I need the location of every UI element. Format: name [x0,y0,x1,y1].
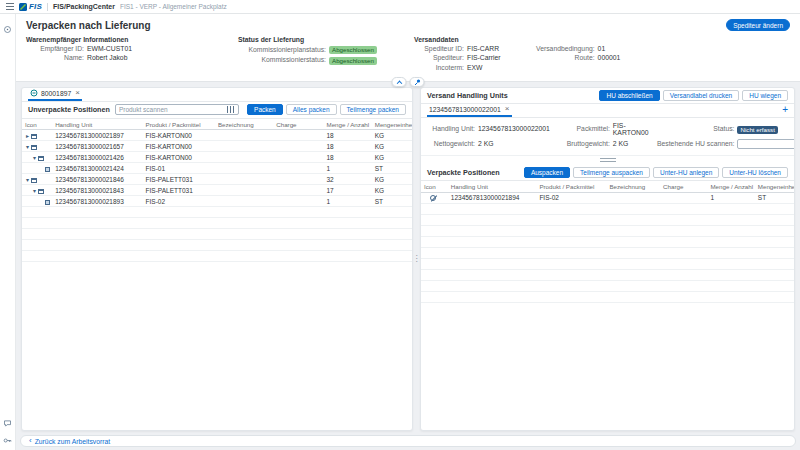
table-row[interactable]: ▾1234567813000021843FIS-PALETT03117KG [22,185,412,196]
back-link-label: Zurück zum Arbeitsvorrat [35,438,111,445]
column-header: Icon [421,181,448,192]
cell-unit: ST [755,192,794,203]
table-row[interactable]: ▸1234567813000021894FIS-021ST [421,192,794,203]
barcode-scan-icon [227,106,235,113]
expand-node-icon[interactable]: ▸ [24,132,31,139]
menu-icon[interactable] [6,3,14,10]
status-badge: Abgeschlossen [329,57,377,65]
cell-unit: KG [372,141,412,152]
cell-qty: 32 [324,174,372,185]
form-splitter[interactable] [421,156,794,164]
cell-desc [215,163,273,174]
product-scan-input[interactable] [119,106,225,113]
empty-row [421,247,794,258]
cell-charge [273,185,323,196]
field-value: 01 [598,46,606,53]
fis-logo: FIS [19,2,42,11]
field-label: Bruttogewicht: [558,141,610,148]
packed-table: IconHandling UnitProdukt / PackmittelBez… [421,181,794,303]
facet-delivery-status: Status der Lieferung Kommissionierplanst… [238,36,414,74]
field-label: Spediteur ID: [414,46,464,53]
column-header: Bezeichnung [215,119,273,130]
object-page-header: Verpacken nach Lieferung Spediteur änder… [16,14,800,82]
empty-row [421,214,794,225]
field-value: EXW [467,65,482,72]
table-row[interactable]: ▾1234567813000021426FIS-KARTON0018KG [22,152,412,163]
cell-qty: 18 [324,130,372,141]
cell-desc [215,185,273,196]
field-label: Empfänger ID: [26,46,84,53]
work-area: 80001897 × Unverpackte Positionen Packen… [16,82,800,434]
cell-qty: 1 [324,163,372,174]
close-hu-button[interactable]: HU abschließen [599,90,659,101]
pack-partial-button[interactable]: Teilmenge packen [340,104,406,115]
field-label: Spediteur: [414,55,464,62]
table-row[interactable]: ▾1234567813000021657FIS-KARTON0018KG [22,141,412,152]
empty-row [421,291,794,302]
delivery-icon [30,89,38,97]
empty-row [421,258,794,269]
packed-toolbar: Verpackte Positionen Auspacken Teilmenge… [421,164,794,181]
assistant-chat-icon[interactable] [3,419,12,428]
cell-unit: KG [372,185,412,196]
column-header: Charge [660,181,707,192]
empty-row [22,207,412,218]
footer-toolbar: ‹ Zurück zum Arbeitsvorrat [20,435,796,447]
unpacked-table: IconHandling UnitProdukt / PackmittelBez… [22,119,412,263]
pin-header-button[interactable] [410,77,425,87]
delivery-tab[interactable]: 80001897 × [28,88,82,101]
key-icon[interactable] [3,436,12,445]
field-label: Name: [26,55,84,62]
pack-button[interactable]: Packen [247,104,283,115]
existing-hu-input[interactable] [737,139,795,149]
create-sub-hu-button[interactable]: Unter-HU anlegen [653,167,719,178]
cell-desc [215,196,273,207]
field-label: Handling Unit: [427,126,475,133]
empty-row [421,225,794,236]
cell-unit: ST [372,196,412,207]
field-label: Bestehende HU scannen: [656,141,734,148]
app-subtitle: FIS1 - VERP - Allgemeiner Packplatz [120,3,227,10]
field-value: 1234567813000022001 [478,126,550,133]
product-icon [45,200,50,205]
facet-title: Status der Lieferung [238,36,414,43]
back-link[interactable]: ‹ Zurück zum Arbeitsvorrat [29,437,110,445]
add-hu-icon[interactable]: + [782,105,788,115]
panel-splitter[interactable]: ⋮ [413,87,420,431]
tab-label: 80001897 [41,90,71,97]
navigation-icon[interactable] [3,25,12,34]
table-row[interactable]: ▸1234567813000021893FIS-021ST [22,196,412,207]
collapse-node-icon[interactable]: ▾ [31,187,38,194]
unpack-partial-button[interactable]: Teilmenge auspacken [573,167,650,178]
collapse-header-button[interactable] [392,77,407,87]
cell-charge [660,192,707,203]
field-value: 2 KG [613,141,629,148]
collapse-node-icon[interactable]: ▾ [24,176,31,183]
close-tab-icon[interactable]: × [75,89,80,97]
cell-hu: 1234567813000021843 [52,185,142,196]
delete-sub-hu-button[interactable]: Unter-HU löschen [722,167,788,178]
empty-row [22,218,412,229]
field-label: Kommissionierstatus: [238,57,326,64]
close-tab-icon[interactable]: × [505,105,510,113]
cell-hu: 1234567813000021426 [52,152,142,163]
change-carrier-button[interactable]: Spediteur ändern [726,19,790,31]
cell-unit: KG [372,152,412,163]
empty-row [421,203,794,214]
unpack-button[interactable]: Auspacken [524,167,570,178]
chevron-up-icon [396,80,402,86]
table-row[interactable]: ▸1234567813000021897FIS-KARTON0018KG [22,130,412,141]
weigh-hu-button[interactable]: HU wiegen [742,90,788,101]
cell-product: FIS-KARTON00 [143,130,215,141]
table-row[interactable]: ▾1234567813000021846FIS-PALETT03132KG [22,174,412,185]
collapse-node-icon[interactable]: ▾ [31,154,38,161]
collapse-node-icon[interactable]: ▾ [24,143,31,150]
pack-all-button[interactable]: Alles packen [286,104,337,115]
hu-tab[interactable]: 1234567813000022001 × [427,104,512,117]
table-row[interactable]: ▸1234567813000021424FIS-011ST [22,163,412,174]
print-shipping-label-button[interactable]: Versandlabel drucken [663,90,740,101]
field-label: Nettogewicht: [427,141,475,148]
unpacked-toolbar: Unverpackte Positionen Packen Alles pack… [22,102,412,119]
cell-product: FIS-KARTON00 [143,152,215,163]
hu-icon [31,145,37,150]
